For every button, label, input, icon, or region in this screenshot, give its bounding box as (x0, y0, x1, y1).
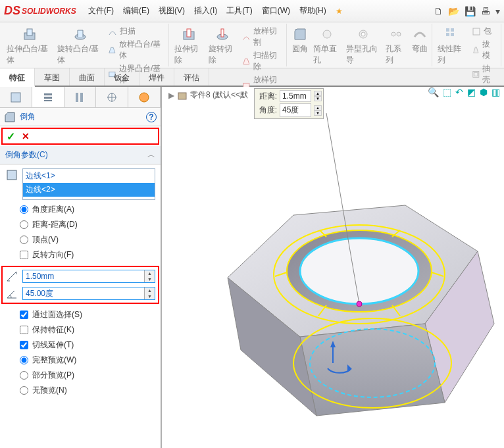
svg-point-30 (139, 93, 149, 102)
panel-tabs (0, 87, 161, 108)
radio-full-preview[interactable]: 完整预览(W) (20, 355, 155, 366)
flex-button[interactable]: 弯曲 (411, 25, 429, 67)
tab-features[interactable]: 特征 (0, 68, 35, 87)
ptab-dimxpert[interactable] (96, 87, 128, 107)
menu-view[interactable]: 视图(V) (155, 3, 189, 19)
svg-rect-25 (76, 93, 78, 102)
help-icon[interactable]: ? (146, 112, 157, 122)
simple-hole-button[interactable]: 简单直孔 (312, 25, 342, 67)
tab-sketch[interactable]: 草图 (35, 68, 70, 86)
menu-window[interactable]: 窗口(W) (258, 3, 294, 19)
svg-rect-16 (446, 33, 449, 36)
svg-rect-32 (178, 93, 186, 99)
ok-button[interactable]: ✓ (7, 130, 15, 143)
radio-no-preview[interactable]: 无预览(N) (20, 385, 155, 396)
radio-distance-distance[interactable]: 距离-距离(D) (20, 219, 155, 230)
ptab-feature-tree[interactable] (0, 87, 32, 107)
open-icon[interactable]: 📂 (448, 6, 459, 16)
sweep-cut-button[interactable]: 放样切割 (241, 25, 283, 49)
checkbox-face-select[interactable]: 通过面选择(S) (20, 309, 155, 320)
draft-button[interactable]: 拔模 (470, 38, 498, 62)
new-icon[interactable]: 🗋 (434, 6, 443, 16)
display-style-icon[interactable]: ▥ (491, 87, 500, 97)
svg-point-9 (323, 30, 331, 38)
loft-cut-button[interactable]: 扫描切除 (241, 49, 283, 73)
tab-sheetmetal[interactable]: 钣金 (105, 68, 139, 86)
wrap-button[interactable]: 包 (470, 25, 498, 37)
distance-input[interactable]: ▲▼ (22, 270, 155, 283)
section-label: 倒角参数(C) (5, 149, 48, 161)
ribbon: 拉伸凸台/基体 旋转凸台/基体 扫描 放样凸台/基体 边界凸台/基体 拉伸切除 … (0, 22, 504, 68)
section-view-icon[interactable]: ◩ (467, 87, 476, 97)
callout-dist-value[interactable]: 1.5mm (280, 90, 311, 102)
ptab-config[interactable] (64, 87, 97, 107)
radio-partial-preview[interactable]: 部分预览(P) (20, 370, 155, 381)
checkbox-keep-features[interactable]: 保持特征(K) (20, 324, 155, 336)
menu-edit[interactable]: 编辑(E) (119, 3, 153, 19)
more-icon[interactable]: ▾ (495, 6, 500, 16)
chamfer-params-header[interactable]: 倒角参数(C) ︿ (0, 146, 161, 164)
prev-view-icon[interactable]: ↶ (455, 87, 463, 97)
menu-insert[interactable]: 插入(I) (190, 3, 221, 19)
list-item[interactable]: 边线<1> (23, 169, 155, 183)
checkbox-flip[interactable]: 反转方向(F) (20, 249, 155, 261)
radio-angle-distance[interactable]: 角度距离(A) (20, 204, 155, 215)
radio-vertex[interactable]: 顶点(V) (20, 234, 155, 245)
menu-file[interactable]: 文件(F) (84, 3, 118, 19)
zoom-area-icon[interactable]: ⬚ (443, 87, 451, 97)
sweep-button[interactable]: 扫描 (107, 25, 165, 37)
svg-rect-7 (221, 29, 224, 37)
hole-wizard-button[interactable]: 异型孔向导 (345, 25, 382, 67)
spin-down-icon[interactable]: ▼ (145, 293, 155, 299)
menu-star-icon[interactable]: ★ (332, 4, 347, 18)
property-manager: 倒角 ? ✓ ✕ 倒角参数(C) ︿ 边线<1> 边线<2> 角度距离(A) 距… (0, 87, 162, 448)
svg-rect-17 (451, 33, 454, 36)
menu-help[interactable]: 帮助(H) (295, 3, 330, 19)
print-icon[interactable]: 🖶 (481, 6, 490, 16)
linear-pattern-button[interactable]: 线性阵列 (436, 25, 468, 86)
graphics-viewport[interactable]: ▶ 零件8 (默认<<默 距离: 1.5mm ▲▼ 角度: 45度 ▲▼ 🔍 ⬚… (162, 87, 504, 448)
list-item[interactable]: 边线<2> (23, 183, 155, 197)
ptab-property-manager[interactable] (32, 87, 64, 107)
save-icon[interactable]: 💾 (465, 6, 476, 16)
spin-down-icon[interactable]: ▼ (145, 276, 155, 282)
tab-weldment[interactable]: 焊件 (139, 68, 174, 86)
menu-tools[interactable]: 工具(T) (222, 3, 256, 19)
hole-series-button[interactable]: 孔系列 (384, 25, 408, 67)
svg-point-13 (397, 32, 401, 36)
ptab-appearance[interactable] (128, 87, 161, 107)
zoom-fit-icon[interactable]: 🔍 (428, 87, 439, 97)
tab-evaluate[interactable]: 评估 (174, 68, 209, 86)
edge-select-icon (5, 168, 18, 182)
checkbox-tangent[interactable]: 切线延伸(T) (20, 339, 155, 351)
angle-icon (5, 287, 18, 300)
loft-button[interactable]: 放样凸台/基体 (107, 38, 165, 62)
svg-rect-20 (474, 72, 477, 76)
angle-input[interactable]: ▲▼ (22, 287, 155, 300)
callout-dist-label: 距离: (256, 91, 277, 102)
svg-marker-35 (300, 324, 445, 416)
feature-tree-flyout[interactable]: ▶ 零件8 (默认<<默 (168, 89, 248, 101)
heads-up-toolbar: 🔍 ⬚ ↶ ◩ ⬢ ▥ (428, 87, 500, 97)
svg-rect-14 (446, 28, 449, 32)
svg-rect-26 (80, 93, 83, 102)
edge-selection-list[interactable]: 边线<1> 边线<2> (22, 168, 155, 200)
svg-point-11 (361, 32, 365, 36)
svg-rect-24 (44, 100, 52, 101)
spin-up-icon[interactable]: ▲ (314, 91, 322, 96)
spin-up-icon[interactable]: ▲ (145, 270, 155, 276)
svg-point-12 (391, 32, 395, 36)
chamfer-icon (4, 111, 16, 123)
app-logo: DSSOLIDWORKS (4, 4, 76, 18)
fillet-button[interactable]: 圆角 (291, 25, 309, 67)
svg-rect-21 (11, 93, 20, 102)
cancel-button[interactable]: ✕ (22, 131, 30, 141)
view-orient-icon[interactable]: ⬢ (480, 87, 488, 97)
shell-button[interactable]: 抽壳 (470, 62, 498, 86)
tab-surface[interactable]: 曲面 (70, 68, 105, 86)
spin-up-icon[interactable]: ▲ (145, 287, 155, 293)
quick-access: 🗋 📂 💾 🖶 ▾ (434, 6, 500, 16)
svg-rect-31 (7, 170, 16, 180)
expand-arrow-icon[interactable]: ▶ (168, 91, 174, 100)
spin-down-icon[interactable]: ▼ (314, 96, 322, 101)
